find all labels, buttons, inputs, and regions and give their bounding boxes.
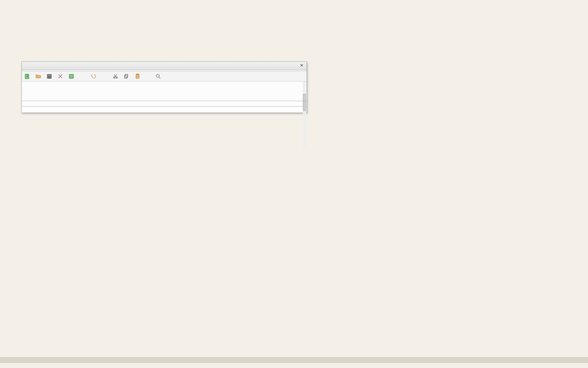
svg-rect-6 bbox=[125, 74, 128, 77]
svg-point-10 bbox=[156, 74, 159, 77]
paste-icon[interactable] bbox=[134, 73, 141, 80]
outer-modeline: < bbox=[0, 357, 588, 363]
svg-rect-7 bbox=[124, 75, 127, 79]
inner-emacs-window: ✕ bbox=[21, 61, 307, 113]
svg-rect-3 bbox=[69, 74, 73, 78]
open-folder-icon[interactable] bbox=[35, 73, 42, 80]
new-file-icon[interactable] bbox=[24, 73, 31, 80]
cut-icon[interactable] bbox=[112, 73, 119, 80]
inner-minibuffer[interactable] bbox=[22, 107, 307, 113]
inner-code-pane[interactable] bbox=[22, 82, 307, 101]
inner-toolbar bbox=[22, 71, 307, 82]
main-editor[interactable] bbox=[0, 0, 588, 368]
window-titlebar[interactable]: ✕ bbox=[22, 62, 307, 70]
inner-scrollbar-bottom[interactable] bbox=[303, 101, 306, 110]
svg-rect-2 bbox=[48, 77, 51, 78]
undo-button[interactable] bbox=[90, 73, 98, 80]
save-button[interactable] bbox=[68, 73, 76, 80]
close-icon[interactable]: ✕ bbox=[299, 62, 305, 68]
info-manual-pane[interactable] bbox=[22, 101, 307, 106]
copy-icon[interactable] bbox=[123, 73, 130, 80]
search-icon[interactable] bbox=[155, 73, 162, 80]
close-x-icon[interactable] bbox=[57, 73, 64, 80]
outer-minibuffer[interactable] bbox=[0, 363, 588, 368]
inner-scrollbar-top[interactable] bbox=[303, 82, 306, 149]
svg-rect-9 bbox=[137, 74, 138, 75]
save-disk-icon[interactable] bbox=[46, 73, 53, 80]
